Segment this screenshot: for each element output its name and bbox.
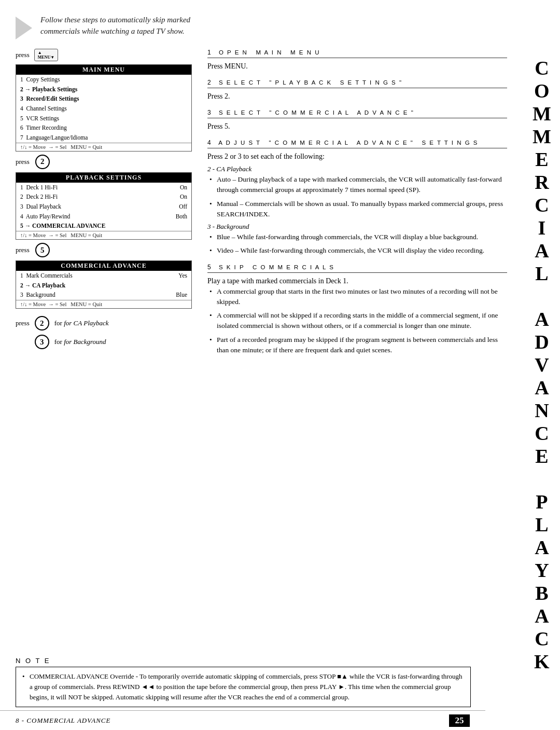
playback-settings-footer: ↑/↓ = Move → = Sel MENU = Quit [16, 231, 191, 239]
step-2-body: Press 2. [207, 91, 507, 102]
step-3-section: 3 S E L E C T " C O M M E R C I A L A D … [207, 109, 507, 132]
press-label-3: press [16, 246, 30, 254]
menu-item-7: 7 Language/Langue/Idioma [16, 133, 191, 143]
ca-item-1: 1 Mark CommercialsYes [16, 271, 191, 281]
pb-item-1: 1 Deck 1 Hi-FiOn [16, 183, 191, 192]
step-4-title: A D J U S T " C O M M E R C I A L A D V … [218, 140, 478, 146]
header-line2: commercials while watching a taped TV sh… [40, 27, 185, 35]
vertical-title: COMMERCIAL ADVANCE PLAYBACK [523, 0, 560, 730]
step-3-header: 3 S E L E C T " C O M M E R C I A L A D … [207, 109, 507, 118]
skip-bullet-2: A commercial will not be skipped if a re… [207, 310, 507, 332]
pb-item-5: 5 → COMMERCIAL ADVANCE [16, 221, 191, 231]
ca-item-3: 3 BackgroundBlue [16, 290, 191, 300]
step-1-section: 1 O P E N M A I N M E N U Press MENU. [207, 49, 507, 72]
footer-left-text: 8 - COMMERCIAL ADVANCE [16, 717, 110, 725]
number-2-circle[interactable]: 2 [35, 155, 50, 169]
header-text: Follow these steps to automatically skip… [40, 15, 190, 37]
sub-ca-playback-label: 2 - CA Playback [207, 165, 507, 173]
header-section: Follow these steps to automatically skip… [16, 15, 507, 39]
press-ca-playback-row: press 2 for for CA Playback [16, 316, 192, 330]
note-box: COMMERCIAL ADVANCE Override - To tempora… [16, 667, 471, 707]
playback-settings-title: PLAYBACK SETTINGS [16, 173, 191, 183]
step-3-body: Press 5. [207, 121, 507, 132]
step-2-section: 2 S E L E C T " P L A Y B A C K S E T T … [207, 79, 507, 102]
note-section: N O T E COMMERCIAL ADVANCE Override - To… [16, 657, 471, 707]
main-menu-box: MAIN MENU 1 Copy Settings 2 → Playback S… [16, 64, 192, 151]
press-5-row: press 5 [16, 243, 192, 257]
step-5-title: S K I P C O M M E R C I A L S [219, 264, 334, 270]
pb-item-4: 4 Auto Play/RewindBoth [16, 212, 191, 222]
step-1-title: O P E N M A I N M E N U [219, 49, 320, 56]
menu-item-2: 2 → Playback Settings [16, 85, 191, 94]
note-text: COMMERCIAL ADVANCE Override - To tempora… [22, 671, 464, 703]
commercial-advance-footer: ↑/↓ = Move → = Sel MENU = Quit [16, 300, 191, 308]
step-3-title: S E L E C T " C O M M E R C I A L A D V … [219, 109, 414, 116]
skip-bullet-1: A commercial group that starts in the fi… [207, 286, 507, 308]
playback-settings-box: PLAYBACK SETTINGS 1 Deck 1 Hi-FiOn 2 Dec… [16, 172, 192, 240]
main-menu-title: MAIN MENU [16, 65, 191, 75]
pb-item-2: 2 Deck 2 Hi-FiOn [16, 192, 191, 202]
press-bg-row: press 3 for for Background [16, 335, 192, 349]
press-ca-bg-section: press 2 for for CA Playback press 3 for … [16, 316, 192, 349]
press-2-row: press 2 [16, 155, 192, 169]
pb-item-3: 3 Dual PlaybackOff [16, 202, 191, 212]
commercial-advance-title: COMMERCIAL ADVANCE [16, 261, 191, 271]
main-menu-footer-text: ↑/↓ = Move → = Sel MENU = Quit [20, 144, 102, 150]
press-label-1: press [16, 51, 30, 59]
header-line1: Follow these steps to automatically skip… [40, 16, 190, 24]
left-column: press ▲MENU▼ MAIN MENU 1 Copy Settings 2… [16, 49, 192, 363]
sub-background-label: 3 - Background [207, 223, 507, 231]
main-content: Follow these steps to automatically skip… [0, 0, 523, 730]
ca-bullet-1: Auto – During playback of a tape with ma… [207, 174, 507, 196]
step-4-intro: Press 2 or 3 to set each of the followin… [207, 151, 507, 162]
step-1-header: 1 O P E N M A I N M E N U [207, 49, 507, 58]
step-1-body: Press MENU. [207, 61, 507, 72]
step-5-section: 5 S K I P C O M M E R C I A L S Play a t… [207, 264, 507, 356]
pb-footer-text: ↑/↓ = Move → = Sel MENU = Quit [20, 232, 102, 238]
menu-item-1: 1 Copy Settings [16, 75, 191, 85]
step-5-header: 5 S K I P C O M M E R C I A L S [207, 264, 507, 273]
bg-bullet-1: Blue – While fast-forwarding through com… [207, 232, 507, 242]
step-2-title: S E L E C T " P L A Y B A C K S E T T I … [219, 79, 402, 86]
menu-item-5: 5 VCR Settings [16, 114, 191, 123]
footer-page-number: 25 [449, 714, 470, 727]
two-col-layout: press ▲MENU▼ MAIN MENU 1 Copy Settings 2… [16, 49, 507, 363]
number-ca-circle[interactable]: 2 [35, 316, 49, 330]
right-column: 1 O P E N M A I N M E N U Press MENU. 2 … [207, 49, 507, 363]
commercial-advance-box: COMMERCIAL ADVANCE 1 Mark CommercialsYes… [16, 260, 192, 309]
note-label: N O T E [16, 657, 471, 665]
step-4-section: 4 A D J U S T " C O M M E R C I A L A D … [207, 139, 507, 256]
menu-item-4: 4 Channel Settings [16, 104, 191, 114]
ca-footer-text: ↑/↓ = Move → = Sel MENU = Quit [20, 301, 102, 307]
header-triangle-icon [16, 17, 32, 39]
ca-for-text: for for CA Playback [54, 319, 109, 327]
vertical-title-text: COMMERCIAL ADVANCE PLAYBACK [530, 57, 552, 673]
bg-bullet-2: Video – While fast-forwarding through co… [207, 245, 507, 256]
ca-item-2: 2 → CA Playback [16, 281, 191, 291]
press-ca-label: press [16, 319, 30, 327]
press-label-2: press [16, 158, 30, 166]
step-2-header: 2 S E L E C T " P L A Y B A C K S E T T … [207, 79, 507, 88]
press-menu-row: press ▲MENU▼ [16, 49, 192, 61]
bg-for-text: for for Background [54, 338, 106, 346]
step-4-header: 4 A D J U S T " C O M M E R C I A L A D … [207, 139, 507, 148]
number-5-circle[interactable]: 5 [35, 243, 50, 257]
menu-item-3: 3 Record/Edit Settings [16, 94, 191, 104]
step-5-intro: Play a tape with marked commercials in D… [207, 276, 507, 286]
footer: 8 - COMMERCIAL ADVANCE 25 [0, 710, 485, 730]
main-menu-footer: ↑/↓ = Move → = Sel MENU = Quit [16, 143, 191, 151]
menu-button[interactable]: ▲MENU▼ [34, 49, 58, 61]
number-bg-circle[interactable]: 3 [35, 335, 49, 349]
menu-item-6: 6 Timer Recording [16, 123, 191, 133]
skip-bullet-3: Part of a recorded program may be skippe… [207, 335, 507, 356]
ca-bullet-2: Manual – Commercials will be shown as us… [207, 199, 507, 220]
